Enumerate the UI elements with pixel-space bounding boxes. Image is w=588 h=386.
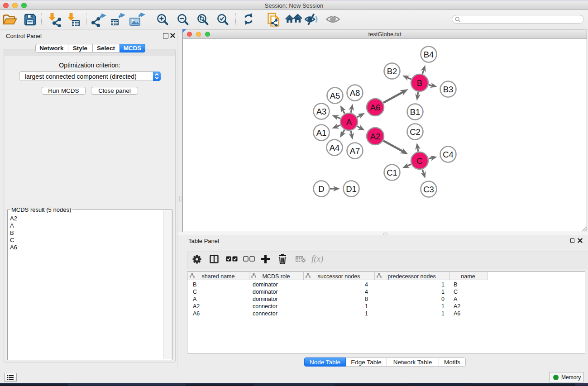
svg-text:A8: A8 <box>350 88 360 98</box>
svg-text:C2: C2 <box>410 127 421 137</box>
svg-text:D: D <box>318 184 324 194</box>
svg-text:A6: A6 <box>370 103 381 112</box>
svg-text:A: A <box>346 117 352 127</box>
svg-text:B1: B1 <box>410 107 421 117</box>
svg-text:C3: C3 <box>423 185 434 194</box>
svg-text:A1: A1 <box>316 128 327 138</box>
svg-text:A4: A4 <box>330 143 340 152</box>
svg-text:B3: B3 <box>443 85 454 94</box>
svg-text:A2: A2 <box>370 132 381 141</box>
svg-text:B2: B2 <box>387 67 397 76</box>
svg-text:A7: A7 <box>350 146 360 156</box>
svg-text:D1: D1 <box>346 184 357 194</box>
svg-text:B4: B4 <box>424 50 434 59</box>
svg-text:C4: C4 <box>443 150 454 159</box>
svg-text:C: C <box>416 156 422 166</box>
svg-text:C1: C1 <box>387 168 397 177</box>
svg-text:A5: A5 <box>330 91 340 100</box>
svg-text:B: B <box>417 78 422 88</box>
svg-text:A3: A3 <box>316 107 327 116</box>
